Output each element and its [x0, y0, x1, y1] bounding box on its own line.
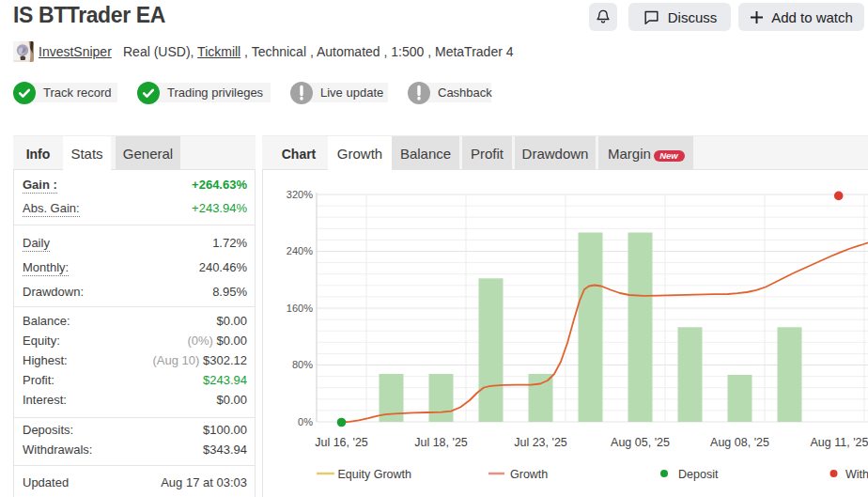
svg-text:Jul 18, '25: Jul 18, '25 [414, 436, 468, 449]
svg-text:0%: 0% [298, 416, 313, 427]
svg-text:Growth: Growth [510, 468, 548, 481]
svg-text:Aug 08, '25: Aug 08, '25 [710, 436, 769, 449]
svg-text:160%: 160% [287, 303, 313, 314]
svg-text:Aug 05, '25: Aug 05, '25 [611, 436, 670, 449]
svg-text:Deposit: Deposit [678, 468, 719, 481]
svg-text:320%: 320% [287, 189, 313, 200]
svg-text:Withdrawal: Withdrawal [845, 468, 868, 481]
svg-text:Jul 16, '25: Jul 16, '25 [315, 436, 368, 449]
svg-text:80%: 80% [292, 359, 313, 370]
svg-text:240%: 240% [287, 245, 313, 256]
svg-text:Equity Growth: Equity Growth [338, 468, 412, 481]
svg-text:Jul 23, '25: Jul 23, '25 [514, 436, 567, 449]
svg-text:Aug 11, '25: Aug 11, '25 [811, 436, 868, 449]
